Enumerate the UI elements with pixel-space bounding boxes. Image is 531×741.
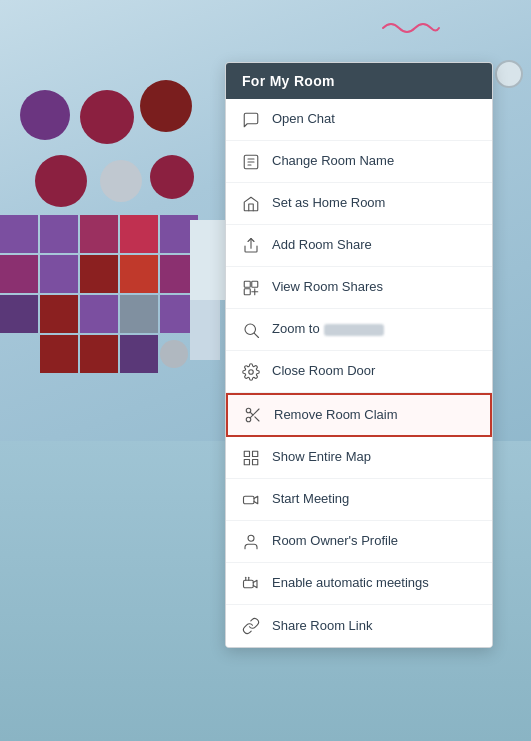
menu-item-close-room-door[interactable]: Close Room Door <box>226 351 492 393</box>
wall-clock <box>495 60 523 88</box>
tile-17 <box>80 335 118 373</box>
menu-item-share-room-link[interactable]: Share Room Link <box>226 605 492 647</box>
menu-item-start-meeting[interactable]: Start Meeting <box>226 479 492 521</box>
share-arrow-icon <box>240 235 262 257</box>
tile-4 <box>120 215 158 253</box>
link-icon <box>240 615 262 637</box>
tile-1 <box>0 215 38 253</box>
svg-rect-13 <box>244 451 249 456</box>
chair-red-2 <box>35 155 87 207</box>
zoom-to-label: Zoom to <box>272 321 384 338</box>
svg-rect-15 <box>244 459 249 464</box>
meeting-icon <box>240 489 262 511</box>
change-room-name-label: Change Room Name <box>272 153 394 170</box>
home-icon <box>240 193 262 215</box>
svg-line-11 <box>255 417 259 421</box>
tile-8 <box>80 255 118 293</box>
tile-18 <box>120 335 158 373</box>
share-room-link-label: Share Room Link <box>272 618 372 635</box>
svg-rect-2 <box>244 281 250 287</box>
menu-item-add-room-share[interactable]: Add Room Share <box>226 225 492 267</box>
menu-item-open-chat[interactable]: Open Chat <box>226 99 492 141</box>
menu-item-zoom-to[interactable]: Zoom to <box>226 309 492 351</box>
close-room-door-label: Close Room Door <box>272 363 375 380</box>
view-room-shares-label: View Room Shares <box>272 279 383 296</box>
chair-darkred-1 <box>140 80 192 132</box>
wall-1 <box>190 220 230 300</box>
add-room-share-label: Add Room Share <box>272 237 372 254</box>
zoom-blur-value <box>324 324 384 336</box>
share-table-icon <box>240 277 262 299</box>
context-menu: For My Room Open Chat Change Room Name S… <box>225 62 493 648</box>
svg-rect-4 <box>244 288 250 294</box>
chair-white-1 <box>100 160 142 202</box>
svg-rect-16 <box>253 459 258 464</box>
edit-box-icon <box>240 151 262 173</box>
svg-line-12 <box>250 412 253 415</box>
video-cam-icon <box>240 573 262 595</box>
tile-7 <box>40 255 78 293</box>
menu-item-set-home-room[interactable]: Set as Home Room <box>226 183 492 225</box>
chat-icon <box>240 109 262 131</box>
svg-point-5 <box>245 324 256 335</box>
enable-auto-meetings-label: Enable automatic meetings <box>272 575 429 592</box>
show-entire-map-label: Show Entire Map <box>272 449 371 466</box>
svg-rect-19 <box>244 580 254 588</box>
open-chat-label: Open Chat <box>272 111 335 128</box>
tile-11 <box>0 295 38 333</box>
svg-point-18 <box>248 535 254 541</box>
room-owner-profile-label: Room Owner's Profile <box>272 533 398 550</box>
decoration <box>381 18 441 38</box>
remove-room-claim-label: Remove Room Claim <box>274 407 398 424</box>
gear-icon <box>240 361 262 383</box>
menu-item-view-room-shares[interactable]: View Room Shares <box>226 267 492 309</box>
menu-item-room-owner-profile[interactable]: Room Owner's Profile <box>226 521 492 563</box>
tile-6 <box>0 255 38 293</box>
tile-16 <box>40 335 78 373</box>
menu-header: For My Room <box>226 63 492 99</box>
wall-2 <box>190 300 220 360</box>
tile-12 <box>40 295 78 333</box>
tile-9 <box>120 255 158 293</box>
zoom-icon <box>240 319 262 341</box>
svg-rect-14 <box>253 451 258 456</box>
set-home-room-label: Set as Home Room <box>272 195 385 212</box>
person-avatar <box>160 340 188 368</box>
menu-item-enable-auto-meetings[interactable]: Enable automatic meetings <box>226 563 492 605</box>
chair-purple-1 <box>20 90 70 140</box>
tile-13 <box>80 295 118 333</box>
svg-point-7 <box>249 369 254 374</box>
menu-item-remove-room-claim[interactable]: Remove Room Claim <box>226 393 492 437</box>
start-meeting-label: Start Meeting <box>272 491 349 508</box>
menu-header-label: For My Room <box>242 73 335 89</box>
menu-item-show-entire-map[interactable]: Show Entire Map <box>226 437 492 479</box>
menu-item-change-room-name[interactable]: Change Room Name <box>226 141 492 183</box>
tile-3 <box>80 215 118 253</box>
chair-red-3 <box>150 155 194 199</box>
svg-line-6 <box>254 333 258 337</box>
chair-red-1 <box>80 90 134 144</box>
person-icon <box>240 531 262 553</box>
grid-icon <box>240 447 262 469</box>
tile-2 <box>40 215 78 253</box>
svg-rect-17 <box>244 496 255 504</box>
tile-14 <box>120 295 158 333</box>
scissors-icon <box>242 404 264 426</box>
svg-rect-3 <box>252 281 258 287</box>
